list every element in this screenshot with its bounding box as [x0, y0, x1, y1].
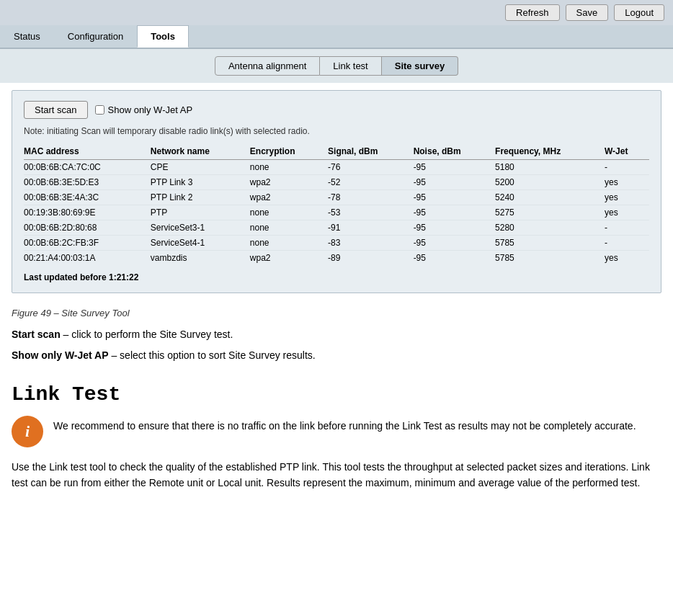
show-only-label[interactable]: Show only W-Jet AP: [95, 104, 193, 115]
start-scan-button[interactable]: Start scan: [24, 101, 88, 119]
desc-show-only-rest: – select this option to sort Site Survey…: [109, 349, 316, 361]
sub-tab-site-survey[interactable]: Site survey: [382, 56, 458, 76]
tab-configuration[interactable]: Configuration: [54, 25, 137, 48]
top-bar: Refresh Save Logout: [0, 0, 673, 25]
tab-status[interactable]: Status: [0, 25, 54, 48]
info-icon-letter: i: [25, 422, 30, 441]
col-network: Network name: [151, 143, 250, 160]
table-row: 00:21:A4:00:03:1Avambzdiswpa2-89-955785y…: [24, 251, 649, 266]
site-survey-panel: Start scan Show only W-Jet AP Note: init…: [12, 90, 661, 293]
sub-tabs: Antenna alignment Link test Site survey: [0, 49, 673, 83]
table-row: 00:0B:6B:2D:80:68ServiceSet3-1none-91-95…: [24, 220, 649, 236]
scan-table: MAC address Network name Encryption Sign…: [24, 143, 649, 265]
desc-start-scan-bold: Start scan: [12, 329, 61, 340]
table-row: 00:0B:6B:3E:5D:E3PTP Link 3wpa2-52-95520…: [24, 175, 649, 190]
save-button[interactable]: Save: [566, 4, 609, 21]
main-tabs: Status Configuration Tools: [0, 25, 673, 49]
col-wjet: W-Jet: [605, 143, 649, 160]
show-only-checkbox[interactable]: [95, 105, 104, 115]
info-box: i We recommend to ensure that there is n…: [12, 416, 661, 447]
last-updated: Last updated before 1:21:22: [24, 272, 649, 282]
table-row: 00:0B:6B:2C:FB:3FServiceSet4-1none-83-95…: [24, 236, 649, 251]
link-test-body: Use the Link test tool to check the qual…: [12, 459, 661, 491]
table-row: 00:0B:6B:CA:7C:0CCPEnone-76-955180-: [24, 160, 649, 175]
scan-note: Note: initiating Scan will temporary dis…: [24, 126, 649, 136]
table-header-row: MAC address Network name Encryption Sign…: [24, 143, 649, 160]
tab-tools[interactable]: Tools: [137, 25, 189, 48]
col-signal: Signal, dBm: [328, 143, 414, 160]
link-test-heading: Link Test: [12, 383, 661, 406]
refresh-button[interactable]: Refresh: [505, 4, 560, 21]
table-row: 00:0B:6B:3E:4A:3CPTP Link 2wpa2-78-95524…: [24, 190, 649, 205]
info-box-text: We recommend to ensure that there is no …: [53, 416, 636, 434]
logout-button[interactable]: Logout: [614, 4, 664, 21]
col-mac: MAC address: [24, 143, 151, 160]
desc-start-scan: Start scan – click to perform the Site S…: [12, 327, 661, 342]
desc-show-only-bold: Show only W-Jet AP: [12, 349, 109, 361]
page-content: Figure 49 – Site Survey Tool Start scan …: [0, 300, 673, 506]
col-encryption: Encryption: [250, 143, 328, 160]
col-noise: Noise, dBm: [414, 143, 495, 160]
sub-tab-antenna-alignment[interactable]: Antenna alignment: [215, 56, 320, 76]
col-frequency: Frequency, MHz: [495, 143, 605, 160]
table-row: 00:19:3B:80:69:9EPTPnone-53-955275yes: [24, 205, 649, 220]
desc-show-only: Show only W-Jet AP – select this option …: [12, 348, 661, 363]
show-only-text: Show only W-Jet AP: [108, 104, 193, 115]
sub-tab-link-test[interactable]: Link test: [320, 56, 381, 76]
info-icon-circle: i: [12, 416, 43, 447]
figure-caption: Figure 49 – Site Survey Tool: [12, 308, 661, 318]
scan-controls: Start scan Show only W-Jet AP: [24, 101, 649, 119]
desc-start-scan-rest: – click to perform the Site Survey test.: [61, 329, 233, 340]
